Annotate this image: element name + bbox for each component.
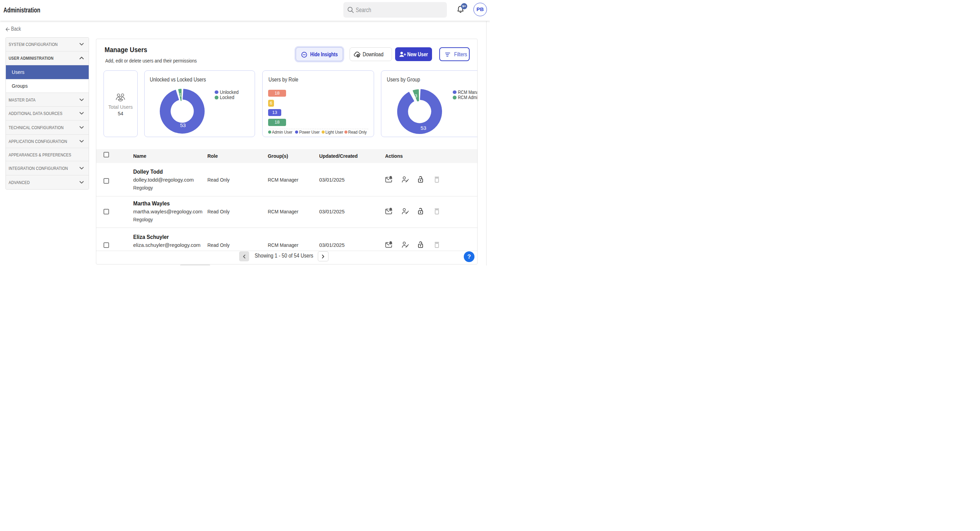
svg-text:3: 3 xyxy=(415,93,417,98)
svg-text:53: 53 xyxy=(180,122,186,128)
svg-text:53: 53 xyxy=(421,125,426,131)
svg-text:1: 1 xyxy=(179,92,181,97)
